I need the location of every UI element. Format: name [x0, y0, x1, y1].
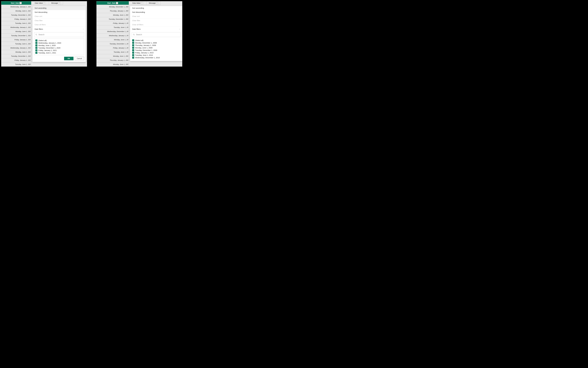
table-row[interactable]: Tuesday, December 1, 202: [1, 13, 31, 17]
dropdown-icon[interactable]: ▼: [43, 2, 45, 4]
menu-clear-all-filters: Clear all filters: [32, 23, 86, 27]
table-row[interactable]: Thursday, January 1, 200: [96, 9, 129, 13]
table-row[interactable]: Friday, January 1, 20: [96, 21, 129, 25]
menu-sort-ascending[interactable]: Sort ascending: [32, 6, 86, 10]
checkbox-checked-icon: ✓: [35, 44, 37, 46]
filter-option-select-all[interactable]: ✓ (Select all): [35, 39, 83, 42]
search-icon: [35, 34, 37, 36]
dropdown-icon[interactable]: ▼: [116, 2, 118, 4]
table-row[interactable]: Friday, January 1, 202: [1, 38, 31, 42]
ok-button[interactable]: OK: [64, 57, 74, 60]
filter-option-label: Wednesday, December 1, 2010: [135, 57, 160, 59]
filter-option-label: Monday, December 1, 2008: [135, 42, 157, 44]
filter-option[interactable]: ✓Thursday, January 1, 2009: [132, 44, 179, 46]
dropdown-icon[interactable]: ▼: [141, 2, 143, 4]
table-row[interactable]: Monday, June 1, 20: [96, 38, 129, 42]
chevron-right-icon: ›: [83, 28, 84, 30]
search-input-wrapper[interactable]: [132, 32, 181, 37]
column-header-label: Data Value: [132, 2, 140, 4]
table-row[interactable]: Tuesday, December 1, 20: [96, 42, 129, 46]
checkbox-checked-icon: ✓: [132, 42, 134, 44]
filter-option-label: Tuesday, December 1, 2009: [135, 49, 157, 51]
search-input[interactable]: [136, 34, 179, 36]
table-row[interactable]: Wednesday, December 1, 20: [96, 29, 129, 34]
search-input-wrapper[interactable]: [34, 32, 84, 37]
table-row[interactable]: Friday, January 1, 20: [96, 46, 129, 50]
dropdown-icon[interactable]: ▼: [58, 2, 61, 4]
table-row[interactable]: Wednesday, January 1, 202: [1, 5, 31, 9]
table-row[interactable]: Wednesday, January 1, 20: [96, 34, 129, 38]
table-row[interactable]: Tuesday, December 1, 202: [1, 34, 31, 38]
column-header-start-date[interactable]: Start_Date ▼: [1, 1, 31, 5]
column-header-label: Start_Date: [107, 2, 116, 4]
filter-option[interactable]: ✓Monday, December 1, 2008: [132, 42, 179, 44]
column-header-data-value[interactable]: Data Value ▼: [129, 1, 146, 5]
filter-option-select-all[interactable]: ✓ (Select all): [132, 39, 179, 42]
table-row[interactable]: Tuesday, December 1, 200: [96, 17, 129, 21]
column-header-message[interactable]: Message ▼: [49, 1, 63, 5]
filter-option[interactable]: ✓Friday, January 1, 2010: [132, 51, 179, 54]
dropdown-icon[interactable]: ▼: [156, 2, 158, 4]
table-row[interactable]: Tuesday, December 1, 202: [1, 54, 31, 58]
table-row[interactable]: Tuesday, June 1, 20: [96, 50, 129, 54]
svg-point-2: [133, 34, 134, 35]
filter-option[interactable]: ✓Monday, June 1, 2009: [132, 46, 179, 49]
table-row[interactable]: Wednesday, January 1, 202: [1, 46, 31, 50]
svg-line-3: [134, 35, 135, 35]
search-input[interactable]: [38, 34, 83, 36]
menu-clear-sort: Clear sort: [32, 14, 86, 18]
table-row[interactable]: Monday, June 1, 202: [1, 29, 31, 34]
filter-option[interactable]: ✓Tuesday, December 1, 2020: [35, 47, 83, 49]
table-row[interactable]: Monday, June 1, 200: [96, 62, 129, 66]
menu-sort-ascending[interactable]: Sort ascending: [130, 6, 182, 10]
filter-option[interactable]: ✓Monday, June 1, 2020: [35, 44, 83, 47]
chevron-right-icon: ›: [179, 28, 180, 30]
filter-option[interactable]: ✓Wednesday, December 1, 2010: [132, 56, 179, 59]
filter-option[interactable]: ✓Wednesday, January 1, 2020: [35, 42, 83, 44]
table-row[interactable]: Friday, January 1, 202: [1, 17, 31, 21]
filter-option-label: Monday, June 1, 2009: [135, 47, 152, 49]
menu-item-label: Clear sort: [35, 15, 42, 17]
menu-clear-filter: Clear filter: [130, 18, 182, 23]
filter-option-label: Friday, January 1, 2021: [38, 49, 57, 51]
table-row[interactable]: Tuesday, June 1, 202: [1, 42, 31, 46]
checkbox-checked-icon: ✓: [132, 52, 134, 54]
table-row[interactable]: Monday, June 1, 202: [1, 50, 31, 54]
menu-clear-all-filters: Clear all filters: [130, 23, 182, 27]
checkbox-checked-icon: ✓: [35, 47, 37, 49]
filter-option[interactable]: ✓Tuesday, December 1, 2009: [132, 49, 179, 51]
dropdown-icon[interactable]: ▼: [19, 2, 22, 4]
menu-date-filters[interactable]: Date filters ›: [130, 27, 182, 31]
table-row[interactable]: Tuesday, June 1, 20: [96, 25, 129, 29]
menu-item-label: Sort ascending: [35, 7, 46, 9]
table-row[interactable]: Friday, January 1, 202: [1, 58, 31, 62]
column-header-start-date[interactable]: Start_Date ▼: [96, 1, 129, 5]
cancel-button[interactable]: Cancel: [75, 57, 84, 60]
filter-option[interactable]: ✓Tuesday, June 1, 2010: [132, 54, 179, 56]
checkbox-checked-icon: ✓: [35, 39, 37, 41]
menu-sort-descending[interactable]: Sort descending: [32, 10, 86, 14]
table-row[interactable]: Wednesday, January 1, 202: [1, 25, 31, 29]
menu-item-label: Sort descending: [132, 11, 145, 13]
table-row[interactable]: Tuesday, June 1, 202: [1, 62, 31, 66]
menu-sort-descending[interactable]: Sort descending: [130, 10, 182, 14]
column-header-label: Message: [149, 2, 155, 4]
menu-date-filters[interactable]: Date filters ›: [32, 27, 86, 31]
column-header-data-value[interactable]: Data Value ▼: [31, 1, 49, 5]
filter-option[interactable]: ✓Tuesday, June 1, 2021: [35, 52, 83, 54]
table-row[interactable]: Monday, December 1, 200: [96, 5, 129, 9]
filter-option-label: Monday, June 1, 2020: [38, 44, 56, 46]
menu-item-label: Sort ascending: [132, 7, 144, 9]
menu-item-label: Clear all filters: [132, 24, 143, 26]
filter-option-label: Tuesday, June 1, 2010: [135, 54, 153, 56]
svg-line-1: [37, 35, 37, 35]
filter-option[interactable]: ✓Friday, January 1, 2021: [35, 49, 83, 52]
table-row[interactable]: Tuesday, June 1, 202: [1, 21, 31, 25]
filter-option-label: Friday, January 1, 2010: [135, 52, 154, 54]
table-row[interactable]: Monday, June 1, 200: [96, 54, 129, 58]
table-row[interactable]: Monday, June 1, 202: [1, 9, 31, 13]
table-row[interactable]: Monday, June 1, 200: [96, 13, 129, 17]
checkbox-checked-icon: ✓: [132, 54, 134, 56]
table-row[interactable]: Thursday, January 1, 200: [96, 58, 129, 62]
column-header-message[interactable]: Message ▼: [146, 1, 161, 5]
